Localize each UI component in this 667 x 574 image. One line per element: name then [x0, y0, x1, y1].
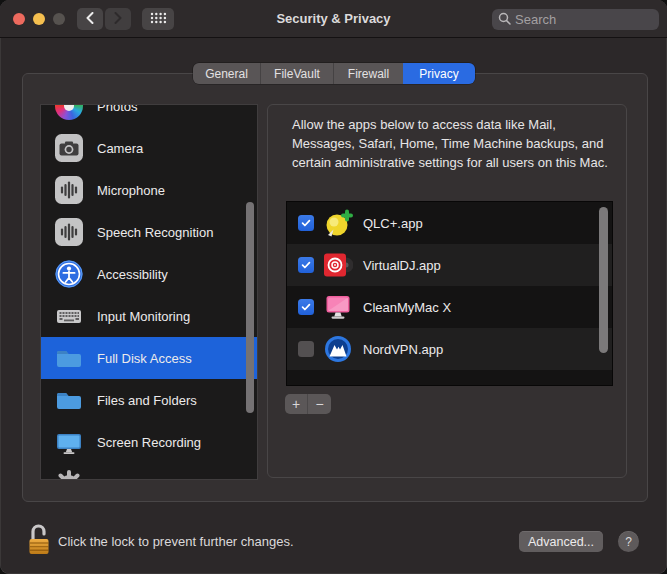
app-name-label: NordVPN.app — [363, 342, 443, 357]
microphone-icon — [54, 175, 84, 205]
sidebar-item-label: Files and Folders — [97, 393, 197, 408]
help-button[interactable]: ? — [618, 531, 639, 552]
app-list-rows: QLC+.appVirtualDJ.appCleanMyMac XNordVPN… — [287, 202, 612, 386]
sidebar-item-label: Speech Recognition — [97, 225, 213, 240]
automation-icon — [54, 469, 84, 480]
security-privacy-window: Security & Privacy General FileVault Fir… — [0, 0, 667, 574]
speech-recognition-icon — [54, 217, 84, 247]
checkbox-checked[interactable] — [298, 257, 314, 273]
app-row-virtualdj-app: VirtualDJ.app — [287, 244, 612, 286]
nordvpn-app-icon — [323, 334, 353, 364]
photos-icon — [54, 104, 84, 121]
sidebar-item-label: Accessibility — [97, 267, 168, 282]
checkbox-checked[interactable] — [298, 299, 314, 315]
panel-description: Allow the apps below to access data like… — [292, 115, 622, 172]
lock-hint-text: Click the lock to prevent further change… — [58, 534, 294, 549]
search-icon — [498, 11, 511, 29]
app-name-label: CleanMyMac X — [363, 300, 451, 315]
qlc-app-icon — [323, 208, 353, 238]
cleanmymac-app-icon — [323, 292, 353, 322]
sidebar-item-label: Screen Recording — [97, 435, 201, 450]
search-input[interactable] — [515, 12, 653, 27]
app-row-partial — [287, 370, 612, 386]
sidebar-item-label: Input Monitoring — [97, 309, 190, 324]
add-app-button[interactable]: + — [285, 394, 308, 414]
search-field[interactable] — [492, 9, 659, 30]
sidebar-scrollbar-thumb[interactable] — [246, 202, 254, 413]
sidebar-item-microphone[interactable]: Microphone — [41, 169, 257, 211]
sidebar-rows: PhotosCameraMicrophoneSpeech Recognition… — [41, 104, 257, 480]
privacy-detail-panel: Allow the apps below to access data like… — [267, 104, 627, 478]
app-row-cleanmymac-x: CleanMyMac X — [287, 286, 612, 328]
files-and-folders-icon — [54, 385, 84, 415]
tab-firewall[interactable]: Firewall — [333, 63, 403, 84]
sidebar-item-full-disk-access[interactable]: Full Disk Access — [41, 337, 257, 379]
virtualdj-app-icon — [323, 250, 353, 280]
sidebar-item-camera[interactable]: Camera — [41, 127, 257, 169]
sidebar-item-accessibility[interactable]: Accessibility — [41, 253, 257, 295]
titlebar: Security & Privacy — [0, 0, 667, 38]
sidebar-item-screen-recording[interactable]: Screen Recording — [41, 421, 257, 463]
sidebar-item-files-and-folders[interactable]: Files and Folders — [41, 379, 257, 421]
input-monitoring-icon — [54, 301, 84, 331]
tab-filevault[interactable]: FileVault — [260, 63, 333, 84]
tab-bar: General FileVault Firewall Privacy — [193, 63, 475, 84]
partial-app-icon — [323, 376, 353, 386]
app-list: QLC+.appVirtualDJ.appCleanMyMac XNordVPN… — [286, 201, 613, 386]
tab-privacy[interactable]: Privacy — [403, 63, 475, 84]
app-row-nordvpn-app: NordVPN.app — [287, 328, 612, 370]
tab-general[interactable]: General — [193, 63, 260, 84]
checkbox-unchecked[interactable] — [298, 341, 314, 357]
sidebar-item-label: Automation — [97, 477, 163, 481]
checkbox-checked[interactable] — [298, 215, 314, 231]
sidebar-item-photos[interactable]: Photos — [41, 104, 257, 127]
app-row-qlc-app: QLC+.app — [287, 202, 612, 244]
sidebar-item-label: Photos — [97, 104, 137, 114]
full-disk-access-icon — [54, 343, 84, 373]
sidebar-item-automation[interactable]: Automation — [41, 463, 257, 480]
unlocked-lock-icon[interactable] — [28, 520, 50, 556]
screen-recording-icon — [54, 427, 84, 457]
camera-icon — [54, 133, 84, 163]
accessibility-icon — [54, 259, 84, 289]
app-list-scrollbar-thumb[interactable] — [599, 207, 608, 353]
sidebar-item-label: Camera — [97, 141, 143, 156]
privacy-category-list: PhotosCameraMicrophoneSpeech Recognition… — [40, 104, 258, 480]
sidebar-item-label: Microphone — [97, 183, 165, 198]
sidebar-item-speech-recognition[interactable]: Speech Recognition — [41, 211, 257, 253]
remove-app-button[interactable]: − — [308, 394, 331, 414]
app-name-label: VirtualDJ.app — [363, 258, 441, 273]
sidebar-item-input-monitoring[interactable]: Input Monitoring — [41, 295, 257, 337]
sidebar-item-label: Full Disk Access — [97, 351, 192, 366]
app-name-label: QLC+.app — [363, 216, 423, 231]
advanced-button[interactable]: Advanced... — [519, 531, 603, 552]
add-remove-control: + − — [285, 394, 331, 414]
